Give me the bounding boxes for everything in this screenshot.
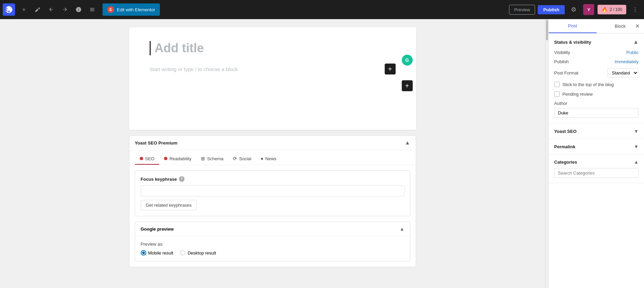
yoast-body: Focus keyphrase ? Get related keyphrases… bbox=[129, 165, 416, 267]
sidebar-tab-post[interactable]: Post bbox=[549, 19, 597, 33]
google-preview-body: Preview as: Mobile result Desktop result bbox=[135, 236, 410, 261]
more-options-button[interactable] bbox=[629, 3, 641, 16]
pending-review-row: Pending review bbox=[554, 91, 639, 97]
undo-button[interactable] bbox=[45, 3, 57, 16]
search-categories-input[interactable] bbox=[554, 168, 639, 178]
stick-top-row: Stick to the top of the blog bbox=[554, 82, 639, 87]
status-section-header: Status & visibility ▲ bbox=[554, 39, 639, 45]
focus-keyphrase-input[interactable] bbox=[141, 185, 405, 196]
permalink-chevron-icon: ▼ bbox=[634, 144, 639, 149]
focus-help-icon[interactable]: ? bbox=[179, 176, 184, 182]
tab-seo[interactable]: SEO bbox=[135, 153, 159, 165]
tab-readability[interactable]: Readability bbox=[159, 153, 196, 165]
status-visibility-section: Status & visibility ▲ Visibility Public … bbox=[549, 33, 644, 124]
toolbar-right: Preview Publish ⚙ Y 🔥 2 / 100 bbox=[509, 3, 641, 16]
block-placeholder: Start writing or type / to choose a bloc… bbox=[150, 64, 396, 74]
focus-keyphrase-label: Focus keyphrase ? bbox=[141, 176, 405, 182]
add-block-float-button[interactable]: + bbox=[402, 80, 413, 91]
right-sidebar: Post Block ✕ Status & visibility ▲ Visib… bbox=[548, 19, 644, 288]
list-view-button[interactable] bbox=[86, 3, 98, 16]
visibility-field: Visibility Public bbox=[554, 50, 639, 55]
stick-top-checkbox[interactable] bbox=[554, 82, 560, 87]
publish-button[interactable]: Publish bbox=[538, 5, 565, 14]
google-preview-section: Google preview ▲ Preview as: Mobile resu… bbox=[135, 222, 410, 261]
svg-point-0 bbox=[635, 8, 635, 8]
title-placeholder: Add title bbox=[150, 41, 396, 55]
mobile-result-option[interactable]: Mobile result bbox=[141, 250, 174, 256]
yoast-icon-button[interactable]: Y bbox=[583, 3, 595, 16]
social-icon: ⟳ bbox=[233, 156, 237, 161]
focus-keyphrase-section: Focus keyphrase ? Get related keyphrases bbox=[135, 170, 410, 216]
publish-field: Publish Immediately bbox=[554, 59, 639, 64]
mobile-radio[interactable] bbox=[141, 250, 146, 256]
sidebar-tab-bar: Post Block ✕ bbox=[549, 19, 644, 33]
svg-point-2 bbox=[635, 11, 635, 12]
preview-as-label: Preview as: bbox=[141, 242, 405, 247]
info-button[interactable] bbox=[72, 3, 85, 16]
seo-dot bbox=[140, 157, 143, 160]
yoast-seo-header[interactable]: Yoast SEO ▼ bbox=[554, 128, 639, 134]
vertical-scrollbar[interactable] bbox=[545, 19, 548, 288]
edit-mode-button[interactable] bbox=[31, 3, 44, 16]
desktop-result-option[interactable]: Desktop result bbox=[180, 250, 216, 256]
add-block-toolbar-button[interactable] bbox=[18, 3, 30, 16]
editor-area[interactable]: Add title Start writing or type / to cho… bbox=[0, 19, 545, 288]
editor-content: Add title Start writing or type / to cho… bbox=[129, 27, 416, 130]
yoast-seo-sidebar-section: Yoast SEO ▼ bbox=[549, 124, 644, 139]
edit-with-elementor-button[interactable]: E Edit with Elementor bbox=[102, 3, 160, 16]
news-icon: ♦ bbox=[261, 156, 263, 161]
google-preview-header[interactable]: Google preview ▲ bbox=[135, 222, 410, 236]
gp-collapse-icon: ▲ bbox=[400, 226, 405, 232]
close-sidebar-button[interactable]: ✕ bbox=[633, 22, 641, 30]
score-icon: 🔥 bbox=[602, 7, 607, 12]
scrollbar-thumb[interactable] bbox=[546, 20, 548, 40]
wp-logo[interactable] bbox=[3, 3, 15, 16]
desktop-radio[interactable] bbox=[180, 250, 186, 256]
readability-dot bbox=[164, 157, 167, 160]
author-field: Author bbox=[554, 101, 639, 118]
schema-icon: ⊞ bbox=[201, 156, 205, 161]
yoast-tabs: SEO Readability ⊞ Schema ⟳ Social bbox=[129, 150, 416, 165]
status-collapse-button[interactable]: ▲ bbox=[633, 39, 639, 45]
yoast-panel-header[interactable]: Yoast SEO Premium ▲ bbox=[129, 136, 416, 150]
settings-button[interactable]: ⚙ bbox=[567, 3, 580, 16]
tab-social[interactable]: ⟳ Social bbox=[228, 153, 256, 165]
yoast-seo-panel: Yoast SEO Premium ▲ SEO Readability ⊞ bbox=[129, 135, 416, 267]
pending-review-checkbox[interactable] bbox=[554, 91, 560, 97]
post-format-select[interactable]: Standard Aside Chat Gallery Link Image Q… bbox=[607, 68, 639, 78]
tab-news[interactable]: ♦ News bbox=[256, 153, 281, 165]
elementor-icon: E bbox=[107, 6, 114, 13]
preview-mode-radio-group: Mobile result Desktop result bbox=[141, 250, 405, 256]
post-format-field: Post Format Standard Aside Chat Gallery … bbox=[554, 68, 639, 78]
author-input[interactable] bbox=[554, 108, 639, 118]
yoast-chevron-icon: ▼ bbox=[634, 128, 639, 134]
permalink-section: Permalink ▼ bbox=[549, 139, 644, 154]
main-layout: Add title Start writing or type / to cho… bbox=[0, 19, 644, 288]
grammarly-button[interactable]: G bbox=[402, 55, 413, 66]
permalink-header[interactable]: Permalink ▼ bbox=[554, 144, 639, 149]
add-block-floating: + bbox=[402, 80, 413, 91]
editor-wrapper: Add title Start writing or type / to cho… bbox=[0, 27, 545, 267]
get-related-keyphrases-button[interactable]: Get related keyphrases bbox=[141, 200, 197, 210]
tab-schema[interactable]: ⊞ Schema bbox=[196, 153, 228, 165]
preview-button[interactable]: Preview bbox=[509, 5, 535, 15]
add-block-button[interactable]: + bbox=[385, 64, 396, 74]
svg-point-1 bbox=[635, 9, 635, 10]
categories-header[interactable]: Categories ▲ bbox=[554, 159, 639, 165]
categories-chevron-icon: ▲ bbox=[634, 159, 639, 165]
yoast-score-button[interactable]: 🔥 2 / 100 bbox=[598, 5, 626, 14]
yoast-collapse-icon: ▲ bbox=[405, 140, 410, 146]
redo-button[interactable] bbox=[59, 3, 71, 16]
categories-section: Categories ▲ bbox=[549, 154, 644, 183]
main-toolbar: E Edit with Elementor Preview Publish ⚙ … bbox=[0, 0, 644, 19]
grammarly-widget: G bbox=[402, 55, 413, 66]
